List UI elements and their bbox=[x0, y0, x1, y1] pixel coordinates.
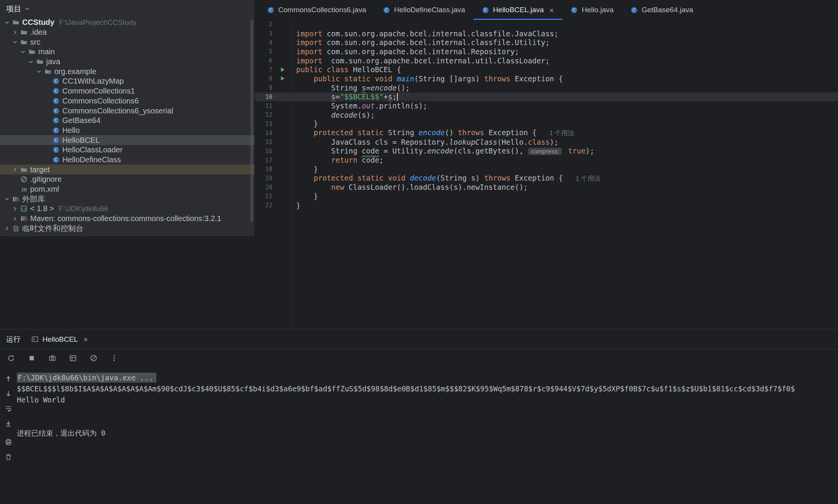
editor-tab-label: Hello.java bbox=[582, 6, 613, 14]
code-line-7[interactable]: 7public class HelloBCEL { bbox=[255, 65, 838, 74]
chevron-down-icon[interactable] bbox=[24, 5, 31, 12]
editor[interactable]: 23import com.sun.org.apache.bcel.interna… bbox=[255, 20, 838, 329]
tree-item-label: CommonCollections1 bbox=[62, 87, 135, 95]
code-text: return code; bbox=[292, 156, 384, 164]
tree-item-src[interactable]: src bbox=[0, 37, 254, 47]
editor-tab-commonscollections6-java[interactable]: CCommonsCollections6.java bbox=[259, 0, 374, 20]
thread-dump-button[interactable] bbox=[47, 353, 57, 363]
tree-item-gitignore[interactable]: .gitignore bbox=[0, 174, 254, 184]
run-icon[interactable] bbox=[279, 66, 286, 73]
clear-button[interactable] bbox=[89, 353, 99, 363]
close-icon[interactable]: × bbox=[83, 335, 88, 344]
code-line-2[interactable]: 2 bbox=[255, 20, 838, 29]
editor-tab-label: CommonsCollections6.java bbox=[278, 6, 366, 14]
chevron-down-icon[interactable] bbox=[3, 19, 10, 26]
editor-tab-hellodefineclass-java[interactable]: CHelloDefineClass.java bbox=[374, 0, 473, 20]
tree-item-pom-xml[interactable]: mpom.xml bbox=[0, 184, 254, 194]
prev-occurrence-button[interactable] bbox=[3, 374, 13, 384]
gutter[interactable] bbox=[272, 75, 292, 82]
run-tab-hellobcel[interactable]: HelloBCEL× bbox=[31, 335, 88, 344]
code-line-17[interactable]: 17 return code; bbox=[255, 155, 838, 165]
clear-all-button[interactable] bbox=[3, 452, 13, 462]
console-output[interactable]: F:\JDK\jdk8u66\bin\java.exe ...$$BCEL$$$… bbox=[17, 367, 838, 504]
tree-item-main[interactable]: main bbox=[0, 47, 254, 57]
chevron-right-icon[interactable] bbox=[11, 166, 18, 173]
rerun-button[interactable] bbox=[6, 353, 16, 363]
stop-button[interactable] bbox=[27, 353, 37, 363]
tree-item-label: Hello bbox=[62, 126, 80, 135]
editor-tab-getbase64-java[interactable]: CGetBase64.java bbox=[622, 0, 702, 20]
run-icon[interactable] bbox=[279, 75, 286, 82]
code-line-14[interactable]: 14 protected static String encode() thro… bbox=[255, 128, 838, 137]
scroll-to-end-button[interactable] bbox=[3, 418, 13, 428]
close-icon[interactable]: × bbox=[549, 6, 554, 14]
console-line[interactable]: 进程已结束，退出代码为 0 bbox=[17, 428, 838, 439]
restore-layout-button[interactable] bbox=[68, 353, 78, 363]
chevron-down-icon[interactable] bbox=[3, 195, 10, 202]
tree-item-hellodefineclass[interactable]: CHelloDefineClass bbox=[0, 155, 254, 165]
code-line-13[interactable]: 13 } bbox=[255, 120, 838, 129]
tree-item-ccstudy[interactable]: CCStudyF:\JavaProject\CCStudy bbox=[0, 18, 254, 27]
console-line[interactable] bbox=[17, 405, 838, 417]
chevron-down-icon[interactable] bbox=[19, 48, 26, 55]
tree-item-node-18[interactable]: 外部库 bbox=[0, 194, 254, 204]
code-line-15[interactable]: 15 JavaClass cls = Repository.lookupClas… bbox=[255, 137, 838, 147]
code-line-16[interactable]: 16 String code = Utility.encode(cls.getB… bbox=[255, 147, 838, 156]
code-line-22[interactable]: 22} bbox=[255, 201, 838, 210]
code-line-8[interactable]: 8 public static void main(String []args)… bbox=[255, 74, 838, 83]
editor-tab-hellobcel-java[interactable]: CHelloBCEL.java× bbox=[473, 0, 562, 20]
code-line-11[interactable]: 11 System.out.println(s); bbox=[255, 101, 838, 110]
tree-item-node-21[interactable]: 临时文件和控制台 bbox=[0, 223, 254, 233]
code-line-5[interactable]: 5import com.sun.org.apache.bcel.internal… bbox=[255, 47, 838, 56]
code-text: s="$$BCEL$$"+s; bbox=[292, 92, 398, 101]
code-line-4[interactable]: 4import com.sun.org.apache.bcel.internal… bbox=[255, 38, 838, 47]
tree-item-hellobcel[interactable]: CHelloBCEL bbox=[0, 135, 254, 145]
tree-item-hello[interactable]: CHello bbox=[0, 126, 254, 136]
tree-item-commonscollections6-ysoserial[interactable]: CCommonsCollections6_ysoserial bbox=[0, 106, 254, 116]
tree-item-commonscollections6[interactable]: CCommonsCollections6 bbox=[0, 96, 254, 106]
chevron-right-icon[interactable] bbox=[11, 215, 18, 222]
tree-item-org-example[interactable]: org.example bbox=[0, 66, 254, 76]
code-line-12[interactable]: 12 decode(s); bbox=[255, 110, 838, 120]
class-icon: C bbox=[482, 6, 489, 14]
code-line-20[interactable]: 20 new ClassLoader().loadClass(s).newIns… bbox=[255, 183, 838, 192]
tree-item-path-hint: F:\JDK\jdk8u66 bbox=[58, 205, 108, 213]
console-line[interactable]: F:\JDK\jdk8u66\bin\java.exe ... bbox=[17, 372, 838, 383]
code-line-10[interactable]: 10 s="$$BCEL$$"+s; bbox=[255, 92, 838, 102]
folder-icon bbox=[28, 48, 36, 55]
tree-item-java[interactable]: java bbox=[0, 57, 254, 67]
code-line-19[interactable]: 19 protected static void decode(String s… bbox=[255, 174, 838, 183]
code-line-9[interactable]: 9 String s=encode(); bbox=[255, 83, 838, 92]
more-options-button[interactable] bbox=[109, 353, 119, 363]
tree-item-commoncollections1[interactable]: CCommonCollections1 bbox=[0, 86, 254, 96]
code-line-21[interactable]: 21 } bbox=[255, 192, 838, 201]
next-occurrence-button[interactable] bbox=[3, 389, 13, 399]
code-line-3[interactable]: 3import com.sun.org.apache.bcel.internal… bbox=[255, 29, 838, 38]
tree-item-idea[interactable]: .idea bbox=[0, 27, 254, 37]
chevron-right-icon[interactable] bbox=[11, 205, 18, 212]
console-line[interactable]: Hello World bbox=[17, 394, 838, 405]
tree-item-label: CC1WithLazyMap bbox=[62, 77, 124, 86]
chevron-down-icon[interactable] bbox=[11, 39, 18, 45]
project-tree-scrollbar[interactable] bbox=[250, 20, 253, 222]
code-line-18[interactable]: 18 } bbox=[255, 165, 838, 174]
editor-tab-hello-java[interactable]: CHello.java bbox=[562, 0, 622, 20]
tree-item-1-8[interactable]: 1.8< 1.8 >F:\JDK\jdk8u66 bbox=[0, 204, 254, 214]
chevron-right-icon[interactable] bbox=[3, 225, 10, 232]
project-panel-header[interactable]: 项目 bbox=[0, 0, 254, 18]
tree-item-maven-commons-collections-commons-collections-3-2-1[interactable]: Maven: commons-collections:commons-colle… bbox=[0, 214, 254, 224]
tree-item-getbase64[interactable]: CGetBase64 bbox=[0, 116, 254, 126]
print-button[interactable] bbox=[3, 437, 13, 447]
code-line-6[interactable]: 6import com.sun.org.apache.bcel.internal… bbox=[255, 56, 838, 65]
chevron-down-icon[interactable] bbox=[36, 68, 42, 75]
tree-item-target[interactable]: target bbox=[0, 165, 254, 174]
console-line[interactable]: $$BCEL$$$l$8b$I$A$A$A$A$A$A$A$Am$90$cdJ$… bbox=[17, 383, 838, 394]
tree-item-helloclassloader[interactable]: CHelloClassLoader bbox=[0, 145, 254, 155]
chevron-right-icon[interactable] bbox=[11, 29, 18, 36]
chevron-down-icon[interactable] bbox=[28, 58, 34, 65]
tree-item-label: main bbox=[38, 47, 55, 56]
gutter[interactable] bbox=[272, 66, 292, 73]
tree-item-cc1withlazymap[interactable]: CCC1WithLazyMap bbox=[0, 76, 254, 86]
run-toolwindow-label[interactable]: 运行 bbox=[6, 334, 21, 344]
soft-wrap-button[interactable] bbox=[3, 404, 13, 414]
